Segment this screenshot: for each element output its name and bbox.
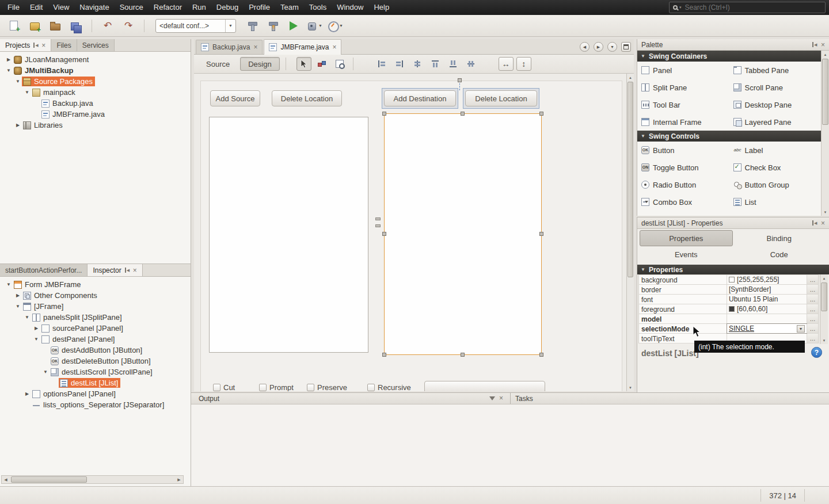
- panel-tab[interactable]: Inspector ×: [88, 264, 142, 276]
- scrollbar-thumb[interactable]: [628, 82, 633, 277]
- resize-handle[interactable]: [539, 112, 543, 116]
- undo-button[interactable]: ↶: [100, 18, 116, 34]
- editor-tab[interactable]: Backup.java ×: [196, 40, 263, 54]
- ellipsis-button[interactable]: …: [807, 304, 818, 314]
- new-project-button[interactable]: [26, 18, 43, 34]
- palette-item[interactable]: Combo Box: [637, 193, 729, 211]
- resize-handle[interactable]: [461, 112, 465, 116]
- form-checkbox[interactable]: Prompt: [259, 383, 294, 391]
- dest-list-selected[interactable]: [384, 113, 542, 355]
- collapse-arrow-icon[interactable]: ▼: [641, 133, 645, 139]
- close-icon[interactable]: ×: [821, 41, 825, 48]
- tree-row[interactable]: ▼ destPanel [JPanel]: [0, 334, 191, 345]
- configuration-select[interactable]: <default conf...> ▼: [155, 19, 236, 33]
- resize-handle[interactable]: [539, 353, 543, 357]
- panel-tab[interactable]: Projects ×: [0, 39, 51, 51]
- form-clipped-button[interactable]: [424, 381, 545, 391]
- properties-tab[interactable]: Code: [733, 246, 826, 262]
- align-left-button[interactable]: [374, 57, 389, 71]
- form-delete-location-button[interactable]: Delete Location: [465, 90, 537, 106]
- property-row[interactable]: foreground [60,60,60] ▼ …: [639, 304, 818, 314]
- palette-item[interactable]: Panel: [637, 62, 729, 79]
- palette-item[interactable]: Check Box: [729, 159, 822, 176]
- expand-arrow-icon[interactable]: ▶: [32, 326, 40, 331]
- dock-window-icon[interactable]: [812, 42, 817, 47]
- save-all-button[interactable]: [68, 18, 84, 34]
- collapse-arrow-icon[interactable]: ▼: [641, 267, 645, 272]
- scroll-up-icon[interactable]: ▲: [820, 274, 828, 282]
- vertical-scrollbar[interactable]: ▲ ▼: [626, 74, 634, 391]
- align-top-button[interactable]: [428, 57, 443, 71]
- tree-row[interactable]: ▶ Other Components: [0, 290, 191, 301]
- expand-arrow-icon[interactable]: ▼: [14, 79, 22, 84]
- menu-item[interactable]: Help: [368, 0, 394, 15]
- tree-row[interactable]: ▶ Libraries: [0, 120, 191, 131]
- scroll-right-icon[interactable]: ▶: [175, 476, 183, 483]
- scroll-down-icon[interactable]: ▼: [627, 384, 634, 391]
- scroll-up-icon[interactable]: ▲: [822, 51, 829, 58]
- scrollbar-thumb[interactable]: [821, 282, 827, 311]
- expand-arrow-icon[interactable]: ▼: [5, 68, 13, 73]
- align-bottom-button[interactable]: [446, 57, 461, 71]
- ellipsis-button[interactable]: …: [807, 314, 818, 323]
- tasks-tab[interactable]: Tasks: [515, 395, 533, 403]
- property-row[interactable]: background [255,255,255] ▼ …: [639, 275, 818, 285]
- build-project-button[interactable]: [244, 18, 260, 34]
- scrollbar-thumb[interactable]: [822, 59, 828, 125]
- scroll-left-icon[interactable]: ◀: [2, 476, 10, 483]
- form-checkbox[interactable]: Cut: [213, 383, 235, 391]
- resize-horizontal-button[interactable]: ↔: [499, 57, 514, 71]
- splitpane-divider-grip[interactable]: [375, 217, 381, 220]
- new-file-button[interactable]: [6, 18, 22, 34]
- tree-row[interactable]: Backup.java: [0, 98, 191, 109]
- palette-item[interactable]: Tabbed Pane: [729, 62, 822, 79]
- help-button[interactable]: ?: [811, 347, 822, 358]
- anchor-handle[interactable]: [458, 78, 462, 82]
- palette-item[interactable]: Internal Frame: [637, 113, 729, 131]
- scroll-tabs-left-button[interactable]: ◀: [580, 42, 590, 52]
- tree-row[interactable]: ▼ [JFrame]: [0, 301, 191, 312]
- ellipsis-button[interactable]: …: [807, 295, 818, 304]
- center-horizontal-button[interactable]: [410, 57, 425, 71]
- search-scope-caret-icon[interactable]: ▾: [679, 5, 682, 10]
- menu-item[interactable]: Refactor: [149, 0, 187, 15]
- menu-item[interactable]: Team: [275, 0, 304, 15]
- menu-item[interactable]: Source: [115, 0, 149, 15]
- chevron-down-icon[interactable]: ▼: [225, 20, 235, 32]
- scroll-up-icon[interactable]: ▲: [627, 74, 634, 81]
- menu-item[interactable]: Tools: [304, 0, 332, 15]
- scroll-down-icon[interactable]: ▼: [822, 208, 829, 216]
- ellipsis-button[interactable]: …: [807, 334, 818, 343]
- selection-mode-button[interactable]: [296, 57, 311, 71]
- redo-button[interactable]: ↷: [120, 18, 136, 34]
- splitpane-divider-grip[interactable]: [375, 224, 381, 227]
- menu-item[interactable]: File: [2, 0, 25, 15]
- menu-item[interactable]: Window: [332, 0, 368, 15]
- close-icon[interactable]: ×: [253, 44, 257, 51]
- palette-section-header[interactable]: ▼ Swing Controls: [637, 131, 821, 142]
- expand-arrow-icon[interactable]: ▼: [5, 282, 13, 287]
- close-icon[interactable]: ×: [499, 395, 503, 402]
- horizontal-scrollbar[interactable]: ◀ ▶: [1, 475, 184, 484]
- source-list[interactable]: [209, 117, 368, 353]
- run-project-button[interactable]: [286, 18, 302, 34]
- maximize-window-button[interactable]: [621, 42, 631, 52]
- tree-row[interactable]: ▼ Form JMBFrame: [0, 279, 191, 290]
- form-delete-location-button[interactable]: Delete Location: [272, 90, 342, 106]
- align-right-button[interactable]: [392, 57, 407, 71]
- menu-item[interactable]: Profile: [244, 0, 275, 15]
- tree-row[interactable]: ▼ Source Packages: [0, 76, 191, 87]
- property-row[interactable]: border [SynthBorder] ▼ …: [639, 285, 818, 295]
- chevron-down-icon[interactable]: ▼: [318, 24, 322, 28]
- vertical-scrollbar[interactable]: ▲ ▼: [820, 274, 828, 344]
- editor-tab[interactable]: JMBFrame.java ×: [264, 39, 341, 55]
- profile-project-button[interactable]: ▼: [327, 18, 343, 34]
- property-row[interactable]: selectionMode SINGLE ▼ …: [639, 324, 818, 334]
- tree-row[interactable]: destDeleteButton [JButton]: [0, 356, 191, 366]
- tree-row[interactable]: ▼ mainpack: [0, 87, 191, 98]
- resize-handle[interactable]: [461, 353, 465, 357]
- scroll-tabs-right-button[interactable]: ▶: [594, 42, 603, 52]
- chevron-down-icon[interactable]: ▼: [339, 24, 343, 28]
- close-icon[interactable]: ×: [821, 220, 825, 227]
- palette-item[interactable]: Scroll Pane: [729, 79, 822, 96]
